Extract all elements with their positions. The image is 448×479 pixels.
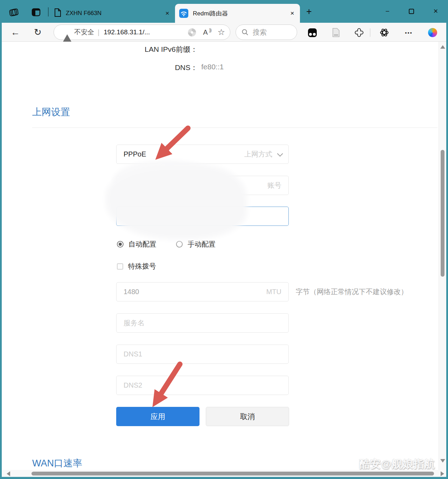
connection-mode-select[interactable]: PPPoE 上网方式 bbox=[116, 145, 289, 164]
scroll-down-icon[interactable] bbox=[440, 459, 445, 463]
address-divider: | bbox=[98, 28, 99, 36]
section-divider bbox=[32, 127, 438, 128]
new-tab-button[interactable]: + bbox=[304, 6, 314, 17]
toolbar-divider bbox=[370, 28, 370, 37]
horizontal-scrollbar[interactable] bbox=[2, 470, 446, 477]
chevron-down-icon bbox=[277, 151, 283, 157]
scroll-up-icon[interactable] bbox=[440, 45, 445, 49]
apply-button[interactable]: 应用 bbox=[116, 407, 200, 426]
account-field-label: 账号 bbox=[267, 181, 281, 190]
dns-label: DNS： bbox=[2, 63, 198, 72]
dns1-input[interactable] bbox=[116, 345, 289, 364]
horizontal-scroll-thumb[interactable] bbox=[31, 472, 434, 475]
tab-actions-menu-icon[interactable] bbox=[31, 7, 41, 18]
read-aloud-icon[interactable]: A)) bbox=[203, 28, 210, 36]
config-radio-group: 自动配置 手动配置 bbox=[117, 240, 216, 249]
vertical-scroll-thumb[interactable] bbox=[441, 150, 444, 277]
mtu-value: 1480 bbox=[124, 288, 139, 296]
window-close-button[interactable]: × bbox=[428, 5, 443, 18]
more-menu-icon[interactable]: ••• bbox=[404, 27, 414, 38]
titlebar-divider bbox=[48, 7, 49, 16]
favorite-star-icon[interactable]: ☆ bbox=[217, 27, 225, 37]
service-name-field[interactable] bbox=[124, 314, 281, 332]
copilot-icon[interactable] bbox=[427, 27, 438, 38]
watermark: 酷安@舰娘指航 bbox=[359, 457, 435, 471]
vertical-scrollbar[interactable] bbox=[439, 42, 446, 470]
search-icon bbox=[241, 29, 248, 36]
titlebar: ZXHN F663N × Redmi路由器 × + − × bbox=[0, 0, 448, 23]
browser-body: ← ↻ ! 不安全 | 192.168.31.1/... A)) ☆ bbox=[2, 23, 446, 477]
back-button[interactable]: ← bbox=[9, 27, 21, 38]
radio-manual-label: 手动配置 bbox=[188, 240, 216, 249]
cancel-button[interactable]: 取消 bbox=[206, 407, 289, 426]
special-dial-label: 特殊拨号 bbox=[128, 262, 156, 271]
maximize-icon bbox=[409, 9, 414, 14]
search-box[interactable]: 搜索 bbox=[236, 25, 297, 40]
dns1-field[interactable] bbox=[124, 345, 281, 363]
radio-auto-config[interactable] bbox=[117, 241, 124, 248]
tab-title: Redmi路由器 bbox=[193, 9, 287, 18]
mode-value: PPPoE bbox=[124, 150, 146, 158]
shapes-icon[interactable] bbox=[354, 27, 364, 38]
tab-zxhn-f663n[interactable]: ZXHN F663N × bbox=[51, 4, 172, 22]
navigation-toolbar: ← ↻ ! 不安全 | 192.168.31.1/... A)) ☆ bbox=[2, 23, 446, 42]
service-name-input[interactable] bbox=[116, 313, 289, 333]
scroll-right-icon[interactable] bbox=[441, 471, 444, 476]
special-dial-checkbox[interactable] bbox=[117, 263, 123, 270]
mtu-field-label: MTU bbox=[266, 288, 281, 296]
not-secure-warning-icon[interactable]: ! bbox=[63, 28, 71, 36]
scroll-left-icon[interactable] bbox=[7, 471, 10, 476]
tab-close-icon[interactable]: × bbox=[287, 8, 297, 18]
security-label[interactable]: 不安全 bbox=[74, 28, 94, 37]
page-favicon-icon bbox=[54, 8, 62, 19]
pinwheel-icon[interactable] bbox=[188, 28, 196, 36]
section-title-internet-settings: 上网设置 bbox=[32, 106, 70, 118]
page-content: LAN IPv6前缀： DNS： fe80::1 上网设置 PPPoE 上网方式… bbox=[2, 42, 446, 477]
radio-auto-label: 自动配置 bbox=[128, 240, 156, 249]
radio-manual-config[interactable] bbox=[176, 241, 183, 248]
tab-redmi-router[interactable]: Redmi路由器 × bbox=[175, 4, 300, 23]
workspaces-icon[interactable] bbox=[8, 7, 19, 18]
mode-field-label: 上网方式 bbox=[244, 150, 272, 159]
refresh-button[interactable]: ↻ bbox=[32, 27, 44, 38]
wifi-favicon-icon bbox=[179, 9, 188, 18]
special-dial-row: 特殊拨号 bbox=[117, 262, 156, 271]
mtu-note: 字节（网络正常情况下不建议修改） bbox=[296, 282, 408, 301]
section-title-wan-speed: WAN口速率 bbox=[32, 457, 82, 470]
url-text[interactable]: 192.168.31.1/... bbox=[104, 28, 150, 36]
mtu-input[interactable]: 1480 MTU bbox=[116, 282, 289, 301]
window-maximize-button[interactable] bbox=[404, 5, 419, 18]
extension-dots-icon[interactable] bbox=[307, 27, 317, 38]
dns2-input[interactable] bbox=[116, 376, 289, 395]
dns2-field[interactable] bbox=[124, 376, 281, 395]
dns-value: fe80::1 bbox=[201, 63, 224, 71]
censor-blur bbox=[110, 170, 243, 235]
tab-title: ZXHN F663N bbox=[66, 10, 162, 17]
document-icon[interactable] bbox=[331, 27, 341, 38]
window-minimize-button[interactable]: − bbox=[380, 5, 395, 18]
tab-close-icon[interactable]: × bbox=[162, 8, 172, 18]
search-placeholder: 搜索 bbox=[253, 28, 267, 37]
openai-extension-icon[interactable] bbox=[379, 27, 390, 38]
browser-window: ZXHN F663N × Redmi路由器 × + − × ← ↻ bbox=[0, 0, 448, 479]
address-bar[interactable]: ! 不安全 | 192.168.31.1/... A)) ☆ bbox=[54, 25, 230, 40]
lan-ipv6-label: LAN IPv6前缀： bbox=[2, 44, 198, 54]
